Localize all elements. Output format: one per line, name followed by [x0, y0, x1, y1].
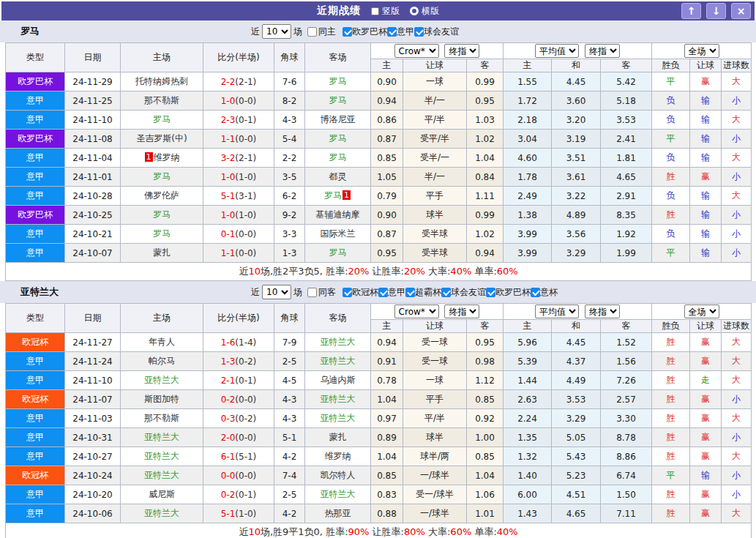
col-header-handicap-result: 让球 [690, 59, 722, 72]
scope-select[interactable]: 全场 [684, 44, 719, 58]
scope-select[interactable]: 全场 [684, 305, 719, 318]
filter-bar: 近 10 场 同主 欧罗巴杯意甲球会友谊 [251, 20, 459, 42]
title-center: 近期战绩 竖版 横版 [317, 4, 439, 18]
avg-time-select[interactable]: 终指 [585, 305, 620, 318]
scope-group-header: 全场 [652, 304, 752, 320]
col-header-corner: 角球 [274, 304, 305, 333]
checkbox-icon[interactable] [441, 288, 451, 297]
corner-score: 4-3 [274, 111, 305, 130]
section-header: 罗马 近 10 场 同主 欧罗巴杯意甲球会友谊 [0, 20, 756, 42]
match-date: 24-11-24 [65, 352, 121, 371]
checkbox-icon[interactable] [405, 288, 415, 297]
odds-handicap: 受半球 [403, 225, 467, 244]
checkbox-icon[interactable] [387, 27, 397, 37]
avg-type-select[interactable]: 平均值 [535, 305, 579, 318]
away-team: 凯尔特人 [305, 466, 371, 485]
checkbox-icon[interactable] [414, 27, 424, 37]
result-goals: 小 [722, 466, 752, 485]
league-filter[interactable]: 意杯 [531, 286, 558, 299]
result-goals: 小 [722, 390, 752, 409]
avg-away: 1.56 [601, 352, 652, 371]
odds-handicap: 平/半 [403, 111, 467, 130]
odds-time-select[interactable]: 终指 [444, 44, 479, 58]
home-team: 亚特兰大 [121, 504, 203, 523]
league-filter[interactable]: 欧冠杯 [343, 286, 378, 299]
league-filter[interactable]: 球会友谊 [414, 26, 459, 38]
fulltime-score: 1-3 [221, 356, 236, 367]
table-row: 意甲24-11-01罗马1-0(1-0)3-5都灵1.05半/一0.841.78… [6, 168, 752, 187]
checkbox-icon[interactable] [307, 288, 317, 297]
match-date: 24-11-01 [65, 168, 121, 187]
result-handicap: 输 [690, 466, 722, 485]
team-name: 博洛尼亚 [321, 114, 356, 124]
checkbox-icon[interactable] [486, 288, 495, 297]
checkbox-icon[interactable] [378, 288, 388, 297]
home-team: 亚特兰大 [121, 447, 203, 466]
league-filter[interactable]: 意甲 [378, 286, 405, 299]
halftime-score: (0-0) [235, 395, 256, 405]
col-header-odds-away: 客 [467, 320, 504, 333]
away-team: 亚特兰大 [305, 485, 371, 504]
away-team: 博洛尼亚 [305, 111, 371, 130]
league-filter[interactable]: 欧罗巴杯 [486, 286, 531, 299]
avg-time-select[interactable]: 终指 [585, 44, 620, 58]
table-row: 欧冠杯24-11-07斯图加特0-2(0-0)4-3亚特兰大1.04平手0.85… [6, 390, 752, 409]
league-badge: 意甲 [6, 91, 65, 111]
team-name: 斯图加特 [144, 394, 179, 404]
checkbox-icon[interactable] [343, 27, 352, 37]
league-badge: 欧罗巴杯 [6, 130, 65, 149]
same-venue-filter[interactable]: 同主 [307, 26, 336, 38]
avg-type-select[interactable]: 平均值 [535, 44, 579, 58]
odds-handicap: 半/一 [403, 91, 467, 111]
odds-time-select[interactable]: 终指 [444, 305, 479, 318]
layout-radio-vertical[interactable]: 竖版 [371, 5, 400, 18]
avg-draw: 3.19 [552, 130, 601, 149]
col-header-goals: 进球数 [722, 320, 752, 333]
close-icon: × [737, 5, 746, 17]
move-up-button[interactable]: ↑ [681, 3, 701, 19]
match-score: 5-1(3-1) [203, 187, 274, 206]
team-name: 亚特兰大 [321, 394, 356, 404]
avg-home: 1.38 [504, 206, 552, 225]
result-goals: 小 [722, 130, 752, 149]
match-date: 24-10-24 [65, 466, 121, 485]
odds-handicap: 平手 [403, 187, 467, 206]
odds-home: 0.97 [371, 409, 403, 428]
league-filter[interactable]: 欧罗巴杯 [343, 26, 387, 38]
odds-group-header: Crow* 终指 [371, 43, 504, 59]
match-date: 24-10-07 [65, 244, 121, 263]
same-venue-filter[interactable]: 同客 [307, 286, 336, 299]
odds-source-select[interactable]: Crow* [394, 44, 439, 58]
avg-draw: 5.05 [552, 428, 601, 447]
team-name: 乌迪内斯 [321, 375, 356, 385]
league-badge: 意甲 [6, 428, 65, 447]
halftime-score: (0-0) [235, 229, 256, 239]
corner-score: 4-5 [274, 371, 305, 390]
league-filter[interactable]: 超霸杯 [405, 286, 441, 299]
section-header: 亚特兰大 近 10 场 同客 欧冠杯意甲超霸杯球会友谊欧罗巴杯意杯 [0, 281, 756, 303]
checkbox-icon[interactable] [307, 27, 317, 37]
checkbox-icon[interactable] [531, 288, 540, 297]
col-header-avg-draw: 和 [552, 320, 601, 333]
avg-away: 6.74 [601, 466, 652, 485]
odds-source-select[interactable]: Crow* [394, 305, 439, 318]
home-team: 罗马 [121, 225, 203, 244]
avg-draw: 3.56 [552, 225, 601, 244]
result-goals: 小 [722, 206, 752, 225]
league-filter-label: 意杯 [540, 286, 558, 299]
avg-home: 1.55 [504, 72, 552, 91]
match-count-select[interactable]: 10 [262, 24, 291, 39]
result-winlose: 胜 [652, 428, 690, 447]
away-team: 乌迪内斯 [305, 371, 371, 390]
move-down-button[interactable]: ↓ [706, 3, 726, 19]
league-filter[interactable]: 意甲 [387, 26, 414, 38]
layout-radio-horizontal[interactable]: 横版 [410, 5, 439, 18]
close-button[interactable]: × [731, 3, 751, 19]
fulltime-score: 1-0 [221, 96, 236, 106]
halftime-score: (1-4) [235, 337, 256, 348]
match-count-select[interactable]: 10 [262, 285, 291, 299]
league-filter[interactable]: 球会友谊 [441, 286, 486, 299]
match-date: 24-11-10 [65, 111, 121, 130]
result-handicap: 输 [690, 187, 722, 206]
checkbox-icon[interactable] [343, 288, 352, 297]
